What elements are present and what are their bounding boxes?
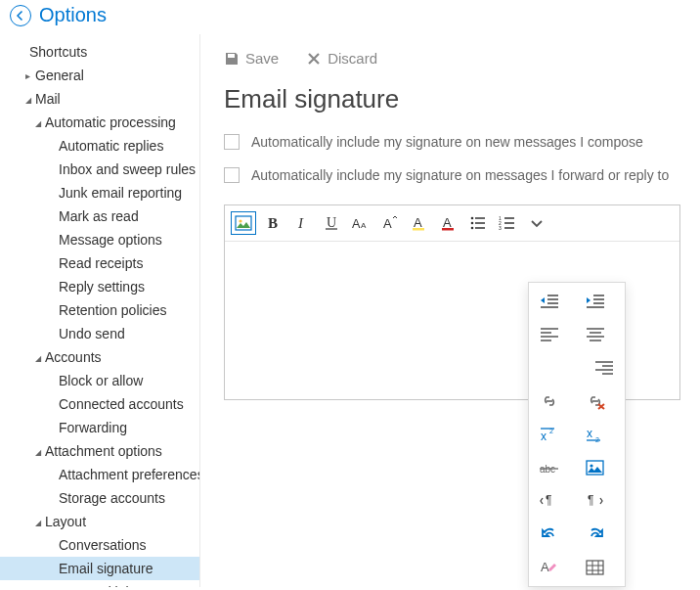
sidebar-item-forwarding[interactable]: Forwarding: [0, 416, 199, 439]
page-header-title: Options: [39, 4, 107, 26]
strikethrough-icon: abc: [540, 459, 559, 477]
svg-point-14: [471, 222, 474, 225]
svg-text:x: x: [541, 430, 547, 443]
sidebar-item-label: General: [35, 68, 84, 83]
main-pane: Save Discard Email signature Automatical…: [200, 34, 700, 587]
undo-icon: [540, 525, 559, 543]
underline-icon: U: [323, 214, 340, 232]
align-left-button[interactable]: [535, 324, 564, 345]
sidebar-item-label: Accounts: [45, 349, 102, 365]
sidebar-item-read-receipts[interactable]: Read receipts: [0, 251, 199, 275]
sidebar-item-mark-read[interactable]: Mark as read: [0, 204, 199, 228]
font-color-icon: A: [440, 214, 458, 232]
caret-down-icon: [35, 352, 45, 363]
more-options-panel: x2 x2 abc ¶ ¶ A: [528, 282, 626, 587]
rtl-button[interactable]: ¶: [581, 490, 610, 512]
sidebar-item-accounts[interactable]: Accounts: [0, 345, 199, 369]
checkbox-label: Automatically include my signature on me…: [251, 167, 669, 183]
sidebar-item-block-allow[interactable]: Block or allow: [0, 369, 199, 392]
svg-text:A: A: [352, 217, 361, 231]
subscript-button[interactable]: x2: [581, 424, 610, 445]
sidebar-item-inbox-sweep[interactable]: Inbox and sweep rules: [0, 158, 199, 181]
table-icon: [586, 559, 605, 576]
sidebar-item-automatic-replies[interactable]: Automatic replies: [0, 134, 199, 158]
sidebar-item-junk-email[interactable]: Junk email reporting: [0, 181, 199, 204]
sidebar: Shortcuts General Mail Automatic process…: [0, 34, 200, 587]
bold-button[interactable]: B: [260, 211, 285, 235]
superscript-button[interactable]: x2: [535, 424, 564, 445]
sidebar-item-connected-accounts[interactable]: Connected accounts: [0, 392, 199, 416]
caret-down-icon: [35, 446, 45, 457]
font-size-icon: AA: [352, 214, 370, 232]
align-right-icon: [594, 359, 614, 377]
bullet-list-icon: [469, 214, 487, 232]
clear-format-button[interactable]: A: [535, 557, 564, 578]
sidebar-item-focused-inbox[interactable]: Focused inbox: [0, 580, 199, 587]
insert-link-button[interactable]: [535, 390, 564, 412]
sidebar-item-retention[interactable]: Retention policies: [0, 298, 199, 322]
svg-rect-62: [587, 561, 603, 574]
save-icon: [224, 51, 240, 67]
svg-text:3: 3: [499, 225, 502, 231]
checkbox-label: Automatically include my signature on ne…: [251, 134, 643, 150]
caret-down-icon: [25, 94, 35, 105]
bullet-list-button[interactable]: [465, 211, 491, 235]
sidebar-item-undo-send[interactable]: Undo send: [0, 322, 199, 345]
remove-link-button[interactable]: [581, 390, 610, 412]
sidebar-item-general[interactable]: General: [0, 64, 199, 87]
sidebar-item-conversations[interactable]: Conversations: [0, 533, 199, 557]
back-button[interactable]: [10, 5, 31, 26]
font-color-button[interactable]: A: [436, 211, 461, 235]
svg-text:U: U: [327, 215, 336, 230]
insert-image-inline-button[interactable]: [581, 457, 610, 478]
font-name-button[interactable]: A: [377, 211, 403, 235]
outdent-button[interactable]: [535, 291, 564, 312]
sidebar-item-label: Automatic processing: [45, 114, 176, 130]
font-name-icon: A: [381, 214, 399, 232]
indent-button[interactable]: [581, 291, 610, 312]
checkbox-include-compose[interactable]: [224, 134, 240, 150]
undo-button[interactable]: [535, 523, 564, 545]
strikethrough-button[interactable]: abc: [535, 457, 564, 478]
discard-button[interactable]: Discard: [306, 50, 377, 67]
insert-table-button[interactable]: [581, 557, 610, 578]
insert-image-button[interactable]: [231, 211, 256, 235]
ltr-icon: ¶: [540, 492, 559, 510]
svg-text:I: I: [297, 215, 304, 231]
arrow-left-icon: [15, 10, 26, 22]
sidebar-item-storage-accounts[interactable]: Storage accounts: [0, 486, 199, 510]
svg-text:A: A: [414, 215, 422, 230]
subscript-icon: x2: [586, 426, 605, 443]
editor-toolbar: B I U AA A A A: [225, 205, 679, 242]
caret-down-icon: [35, 117, 45, 128]
checkbox-include-forward[interactable]: [224, 167, 240, 183]
sidebar-item-attachment-options[interactable]: Attachment options: [0, 439, 199, 463]
align-center-button[interactable]: [581, 324, 610, 345]
ltr-button[interactable]: ¶: [535, 490, 564, 512]
sidebar-item-email-signature[interactable]: Email signature: [0, 557, 199, 580]
svg-text:x: x: [587, 427, 592, 440]
page-title: Email signature: [224, 84, 680, 114]
sidebar-item-attachment-preferences[interactable]: Attachment preferences: [0, 463, 199, 486]
sidebar-item-label: Mail: [35, 91, 61, 107]
outdent-icon: [540, 293, 559, 310]
sidebar-item-mail[interactable]: Mail: [0, 87, 199, 111]
italic-button[interactable]: I: [289, 211, 315, 235]
redo-button[interactable]: [581, 523, 610, 545]
save-button[interactable]: Save: [224, 50, 279, 67]
svg-point-58: [590, 464, 592, 467]
highlight-button[interactable]: A: [407, 211, 432, 235]
discard-label: Discard: [328, 50, 377, 67]
sidebar-item-shortcuts[interactable]: Shortcuts: [0, 40, 199, 64]
sidebar-item-reply-settings[interactable]: Reply settings: [0, 275, 199, 298]
underline-button[interactable]: U: [319, 211, 344, 235]
sidebar-item-message-options[interactable]: Message options: [0, 228, 199, 251]
sidebar-item-automatic-processing[interactable]: Automatic processing: [0, 111, 199, 134]
font-size-button[interactable]: AA: [348, 211, 373, 235]
superscript-icon: x2: [540, 426, 559, 443]
number-list-button[interactable]: 123: [495, 211, 520, 235]
align-right-button[interactable]: [590, 357, 619, 379]
svg-text:¶: ¶: [546, 493, 551, 507]
sidebar-item-layout[interactable]: Layout: [0, 510, 199, 533]
more-options-button[interactable]: [524, 211, 549, 235]
